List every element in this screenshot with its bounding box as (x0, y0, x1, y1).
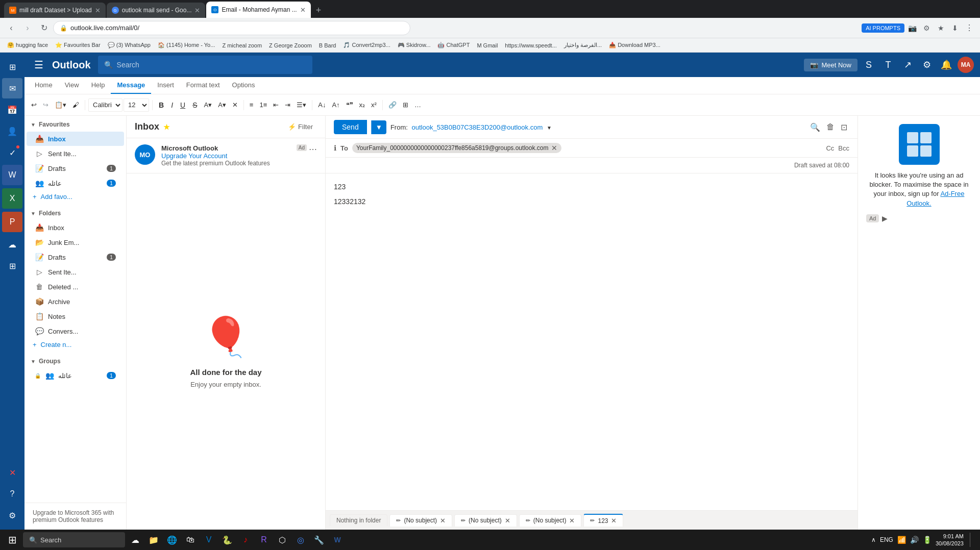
tab-2-close[interactable]: ✕ (505, 517, 510, 524)
sidebar-item-sent-fav[interactable]: ▷ Sent Ite... (27, 146, 124, 161)
taskbar-github-icon[interactable]: ⬡ (274, 532, 290, 548)
ribbon-tab-view[interactable]: View (59, 77, 85, 94)
inbox-star-icon[interactable]: ★ (163, 123, 170, 131)
rail-tasks-icon[interactable]: ✓ (2, 142, 22, 163)
groups-header[interactable]: ▼ Groups (24, 355, 126, 368)
taskbar-extension-icon[interactable]: 🔧 (311, 532, 327, 548)
ad-play-icon[interactable]: ▶ (882, 214, 888, 222)
taskbar-clock[interactable]: 9:01 AM 30/08/2023 (936, 533, 964, 547)
skype-icon[interactable]: S (861, 57, 877, 73)
taskbar-python-icon[interactable]: 🐍 (219, 532, 235, 548)
battery-icon[interactable]: 🔋 (923, 536, 932, 544)
bookmark-whatsapp[interactable]: 💬 (3) WhatsApp (105, 41, 154, 49)
rail-help-icon[interactable]: ? (2, 484, 22, 504)
compose-tab-1[interactable]: ✏ (No subject) ✕ (389, 514, 452, 527)
settings-icon[interactable]: ⚙ (919, 57, 935, 73)
ribbon-tab-insert[interactable]: Insert (151, 77, 180, 94)
rail-apps-icon[interactable]: ⊞ (2, 57, 22, 77)
cc-button[interactable]: Cc (826, 144, 834, 152)
browser-menu-button[interactable]: ⋮ (963, 21, 976, 35)
undo-button[interactable]: ↩ (29, 98, 39, 112)
table-button[interactable]: ⊞ (400, 98, 411, 112)
header-search-box[interactable]: 🔍 Search (98, 56, 312, 74)
strikethrough-button[interactable]: S (189, 98, 200, 112)
clipboard-button[interactable]: 📋▾ (52, 98, 69, 112)
sidebar-item-drafts[interactable]: 📝 Drafts 1 (27, 250, 124, 264)
send-button[interactable]: Send (334, 120, 367, 134)
send-dropdown-button[interactable]: ▼ (371, 120, 386, 134)
bookmark-bard[interactable]: B Bard (316, 41, 339, 49)
sidebar-item-notes[interactable]: 📋 Notes (27, 309, 124, 323)
tab-active-close[interactable]: ✕ (611, 517, 617, 524)
rail-apps2-icon[interactable]: ⊞ (2, 256, 22, 276)
increase-indent-button[interactable]: ⇥ (282, 98, 293, 112)
tab-1-close[interactable]: ✕ (440, 517, 446, 524)
back-button[interactable]: ‹ (4, 21, 18, 35)
up-arrow-icon[interactable]: ∧ (871, 536, 876, 543)
ribbon-tab-format[interactable]: Format text (180, 77, 226, 94)
bookmark-micheal[interactable]: Z micheal zoom (219, 41, 265, 49)
increase-size-button[interactable]: A↑ (329, 98, 342, 112)
new-tab-button[interactable]: + (312, 3, 326, 18)
rail-powerpoint-icon[interactable]: P (2, 212, 22, 232)
delete-icon[interactable]: 🗑 (824, 120, 837, 134)
bookmark-george[interactable]: Z George Zooom (266, 41, 315, 49)
bookmark-hugging[interactable]: 🤗 hugging face (4, 41, 51, 49)
taskbar-chrome-icon[interactable]: ◎ (292, 532, 309, 548)
taskbar-explorer-icon[interactable]: 📁 (145, 532, 162, 548)
favourites-header[interactable]: ▼ Favourites (24, 118, 126, 131)
compose-tab-3[interactable]: ✏ (No subject) ✕ (519, 514, 582, 527)
decrease-size-button[interactable]: A↓ (315, 98, 328, 112)
compose-tab-active[interactable]: ✏ 123 ✕ (583, 514, 623, 527)
recipient-tag[interactable]: YourFamily_0000000000000000237ffe856a581… (352, 143, 561, 153)
underline-button[interactable]: U (177, 98, 188, 112)
ai-prompts-button[interactable]: AI PROMPTS (862, 23, 904, 33)
taskbar-music-icon[interactable]: ♪ (237, 532, 254, 548)
bookmark-home[interactable]: 🏠 (1145) Home - Yo... (155, 41, 218, 49)
forward-button[interactable]: › (20, 21, 35, 35)
sidebar-item-group-family[interactable]: 🔒 👥 عائله 1 (27, 368, 124, 383)
message-item-1[interactable]: MO Microsoft Outlook Upgrade Your Accoun… (127, 138, 325, 173)
rail-excel-icon[interactable]: X (2, 188, 22, 209)
bold-button[interactable]: B (156, 98, 167, 112)
highlight-button[interactable]: A▾ (201, 98, 214, 112)
sidebar-item-junk[interactable]: 📂 Junk Em... (27, 235, 124, 249)
rail-settings-icon[interactable]: ⚙ (2, 505, 22, 526)
reload-button[interactable]: ↻ (37, 21, 51, 35)
bookmark-download[interactable]: 📥 Download MP3... (606, 41, 664, 49)
font-family-select[interactable]: Calibri (88, 98, 122, 112)
align-button[interactable]: ☰▾ (294, 98, 309, 112)
rail-onedrive-icon[interactable]: ☁ (2, 234, 22, 255)
tab-3-close[interactable]: ✕ (300, 6, 306, 14)
tab-2[interactable]: G outlook mail send - Goo... ✕ (107, 3, 206, 18)
notifications-icon[interactable]: 🔔 (938, 57, 954, 73)
superscript-button[interactable]: x² (369, 98, 379, 112)
taskbar-rider-icon[interactable]: R (256, 532, 272, 548)
redo-button[interactable]: ↪ (40, 98, 51, 112)
sidebar-item-deleted[interactable]: 🗑 Deleted ... (27, 280, 124, 294)
font-size-select[interactable]: 12 (124, 98, 149, 112)
tab-1-close[interactable]: ✕ (95, 7, 101, 14)
more-tools-button[interactable]: … (412, 98, 424, 112)
taskbar-word-icon[interactable]: W (329, 532, 346, 548)
sidebar-item-inbox[interactable]: 📥 Inbox (27, 220, 124, 235)
sidebar-item-family-fav[interactable]: 👥 عائله 1 (27, 176, 124, 190)
sidebar-item-sent[interactable]: ▷ Sent Ite... (27, 265, 124, 279)
bcc-button[interactable]: Bcc (838, 144, 849, 152)
message-1-more-icon[interactable]: ⋯ (309, 144, 317, 154)
decrease-indent-button[interactable]: ⇤ (271, 98, 281, 112)
sidebar-item-drafts-fav[interactable]: 📝 Drafts 1 (27, 161, 124, 176)
italic-button[interactable]: I (168, 98, 176, 112)
numbering-button[interactable]: 1≡ (257, 98, 270, 112)
browser-action-2[interactable]: ⚙ (920, 21, 933, 35)
browser-action-4[interactable]: ⬇ (948, 21, 962, 35)
subscript-button[interactable]: x₂ (357, 98, 368, 112)
compose-tab-2[interactable]: ✏ (No subject) ✕ (454, 514, 517, 527)
tab-3-close[interactable]: ✕ (569, 517, 575, 524)
bookmark-skidrow[interactable]: 🎮 Skidrow... (395, 41, 434, 49)
rail-calendar-icon[interactable]: 📅 (2, 99, 22, 120)
compose-body[interactable]: 123 12332132 (326, 173, 857, 510)
bookmark-favbar[interactable]: ⭐ Favourites Bar (52, 41, 104, 49)
wifi-icon[interactable]: 📶 (897, 536, 906, 544)
sidebar-item-archive[interactable]: 📦 Archive (27, 294, 124, 309)
